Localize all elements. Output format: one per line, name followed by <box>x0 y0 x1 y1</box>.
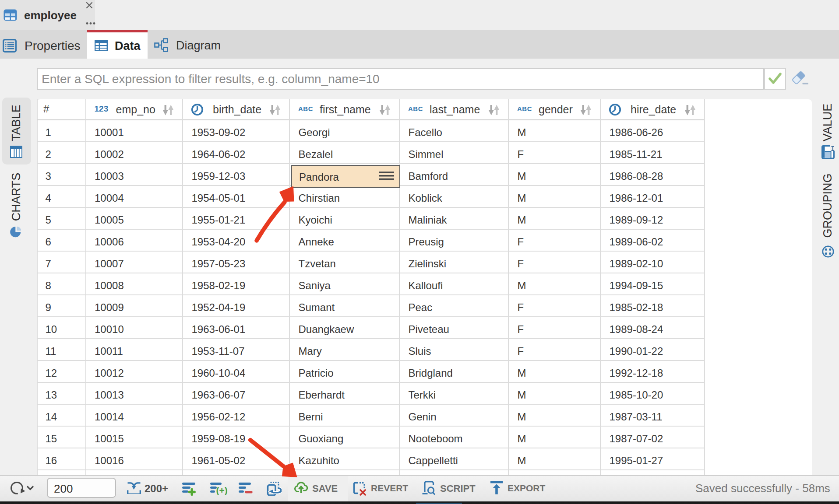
svg-text:(+): (+) <box>216 485 228 495</box>
